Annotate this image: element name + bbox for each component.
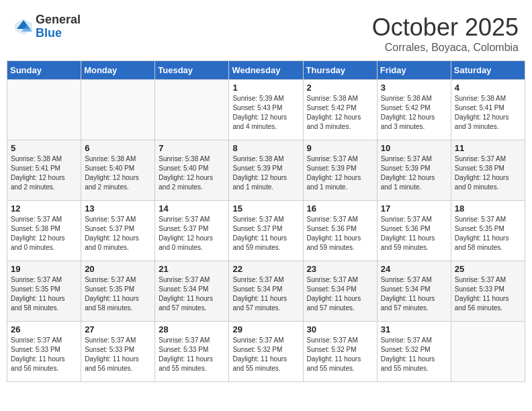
day-number: 21: [159, 264, 225, 274]
day-number: 13: [85, 203, 151, 214]
day-number: 29: [232, 324, 299, 334]
calendar-cell: 19Sunrise: 5:37 AM Sunset: 5:35 PM Dayli…: [7, 261, 81, 322]
day-number: 30: [307, 324, 373, 334]
day-info: Sunrise: 5:37 AM Sunset: 5:34 PM Dayligh…: [381, 275, 447, 313]
calendar-cell: 27Sunrise: 5:37 AM Sunset: 5:33 PM Dayli…: [81, 322, 155, 382]
calendar-cell: 11Sunrise: 5:37 AM Sunset: 5:38 PM Dayli…: [451, 140, 525, 201]
day-number: 27: [85, 324, 151, 334]
calendar-cell: 12Sunrise: 5:37 AM Sunset: 5:38 PM Dayli…: [7, 201, 81, 261]
calendar-cell: 31Sunrise: 5:37 AM Sunset: 5:32 PM Dayli…: [377, 322, 451, 382]
day-info: Sunrise: 5:37 AM Sunset: 5:33 PM Dayligh…: [159, 336, 225, 373]
calendar-cell: 30Sunrise: 5:37 AM Sunset: 5:32 PM Dayli…: [303, 322, 377, 382]
weekday-header: Tuesday: [155, 61, 229, 80]
day-info: Sunrise: 5:37 AM Sunset: 5:37 PM Dayligh…: [232, 215, 299, 253]
calendar-header: SundayMondayTuesdayWednesdayThursdayFrid…: [7, 61, 525, 80]
calendar-cell: 1Sunrise: 5:39 AM Sunset: 5:43 PM Daylig…: [229, 80, 303, 140]
title-area: October 2025 Corrales, Boyaca, Colombia: [372, 13, 519, 54]
weekday-row: SundayMondayTuesdayWednesdayThursdayFrid…: [7, 61, 525, 80]
calendar-cell: 7Sunrise: 5:38 AM Sunset: 5:40 PM Daylig…: [155, 140, 229, 201]
day-info: Sunrise: 5:38 AM Sunset: 5:42 PM Dayligh…: [307, 94, 373, 132]
day-info: Sunrise: 5:37 AM Sunset: 5:34 PM Dayligh…: [307, 275, 373, 313]
day-number: 28: [159, 324, 225, 334]
day-number: 10: [381, 143, 447, 153]
calendar-week-row: 5Sunrise: 5:38 AM Sunset: 5:41 PM Daylig…: [7, 140, 525, 201]
day-info: Sunrise: 5:37 AM Sunset: 5:33 PM Dayligh…: [85, 336, 151, 373]
calendar-cell: 18Sunrise: 5:37 AM Sunset: 5:35 PM Dayli…: [451, 201, 525, 261]
calendar-cell: [451, 322, 525, 382]
day-info: Sunrise: 5:38 AM Sunset: 5:41 PM Dayligh…: [11, 154, 77, 192]
weekday-header: Thursday: [303, 61, 377, 80]
day-info: Sunrise: 5:37 AM Sunset: 5:39 PM Dayligh…: [307, 154, 373, 192]
calendar-cell: 22Sunrise: 5:37 AM Sunset: 5:34 PM Dayli…: [229, 261, 303, 322]
day-number: 23: [307, 264, 373, 274]
logo-blue: Blue: [36, 27, 81, 40]
day-number: 15: [232, 203, 299, 214]
day-info: Sunrise: 5:37 AM Sunset: 5:32 PM Dayligh…: [307, 336, 373, 373]
day-number: 31: [381, 324, 447, 334]
day-number: 4: [455, 83, 521, 93]
day-info: Sunrise: 5:38 AM Sunset: 5:40 PM Dayligh…: [159, 154, 225, 192]
calendar-cell: 14Sunrise: 5:37 AM Sunset: 5:37 PM Dayli…: [155, 201, 229, 261]
day-number: 8: [232, 143, 299, 153]
calendar-cell: 20Sunrise: 5:37 AM Sunset: 5:35 PM Dayli…: [81, 261, 155, 322]
day-info: Sunrise: 5:37 AM Sunset: 5:36 PM Dayligh…: [381, 215, 447, 253]
calendar-cell: 23Sunrise: 5:37 AM Sunset: 5:34 PM Dayli…: [303, 261, 377, 322]
calendar-cell: 15Sunrise: 5:37 AM Sunset: 5:37 PM Dayli…: [229, 201, 303, 261]
calendar-cell: 9Sunrise: 5:37 AM Sunset: 5:39 PM Daylig…: [303, 140, 377, 201]
day-info: Sunrise: 5:37 AM Sunset: 5:37 PM Dayligh…: [85, 215, 151, 253]
calendar-cell: 16Sunrise: 5:37 AM Sunset: 5:36 PM Dayli…: [303, 201, 377, 261]
calendar-cell: [155, 80, 229, 140]
location: Corrales, Boyaca, Colombia: [372, 42, 519, 54]
day-number: 18: [455, 203, 521, 214]
day-info: Sunrise: 5:37 AM Sunset: 5:35 PM Dayligh…: [455, 215, 521, 253]
calendar-cell: 6Sunrise: 5:38 AM Sunset: 5:40 PM Daylig…: [81, 140, 155, 201]
day-number: 19: [11, 264, 77, 274]
calendar-cell: 4Sunrise: 5:38 AM Sunset: 5:41 PM Daylig…: [451, 80, 525, 140]
day-number: 1: [232, 83, 299, 93]
day-number: 2: [307, 83, 373, 93]
day-info: Sunrise: 5:37 AM Sunset: 5:34 PM Dayligh…: [232, 275, 299, 313]
calendar-cell: 10Sunrise: 5:37 AM Sunset: 5:39 PM Dayli…: [377, 140, 451, 201]
day-info: Sunrise: 5:37 AM Sunset: 5:32 PM Dayligh…: [232, 336, 299, 373]
day-number: 3: [381, 83, 447, 93]
day-number: 12: [11, 203, 77, 214]
logo-text: General Blue: [36, 13, 81, 40]
day-number: 6: [85, 143, 151, 153]
logo: General Blue: [13, 13, 81, 40]
day-info: Sunrise: 5:38 AM Sunset: 5:39 PM Dayligh…: [232, 154, 299, 192]
weekday-header: Sunday: [7, 61, 81, 80]
day-number: 17: [381, 203, 447, 214]
calendar-cell: 17Sunrise: 5:37 AM Sunset: 5:36 PM Dayli…: [377, 201, 451, 261]
weekday-header: Friday: [377, 61, 451, 80]
day-number: 22: [232, 264, 299, 274]
day-info: Sunrise: 5:37 AM Sunset: 5:34 PM Dayligh…: [159, 275, 225, 313]
day-info: Sunrise: 5:38 AM Sunset: 5:40 PM Dayligh…: [85, 154, 151, 192]
calendar-cell: 26Sunrise: 5:37 AM Sunset: 5:33 PM Dayli…: [7, 322, 81, 382]
day-info: Sunrise: 5:37 AM Sunset: 5:36 PM Dayligh…: [307, 215, 373, 253]
logo-general: General: [36, 13, 81, 27]
day-info: Sunrise: 5:38 AM Sunset: 5:41 PM Dayligh…: [455, 94, 521, 132]
calendar: SundayMondayTuesdayWednesdayThursdayFrid…: [7, 60, 525, 382]
calendar-cell: 24Sunrise: 5:37 AM Sunset: 5:34 PM Dayli…: [377, 261, 451, 322]
day-info: Sunrise: 5:38 AM Sunset: 5:42 PM Dayligh…: [381, 94, 447, 132]
calendar-cell: 25Sunrise: 5:37 AM Sunset: 5:33 PM Dayli…: [451, 261, 525, 322]
calendar-cell: 5Sunrise: 5:38 AM Sunset: 5:41 PM Daylig…: [7, 140, 81, 201]
weekday-header: Monday: [81, 61, 155, 80]
weekday-header: Wednesday: [229, 61, 303, 80]
calendar-week-row: 1Sunrise: 5:39 AM Sunset: 5:43 PM Daylig…: [7, 80, 525, 140]
calendar-cell: 8Sunrise: 5:38 AM Sunset: 5:39 PM Daylig…: [229, 140, 303, 201]
logo-icon: [13, 17, 34, 37]
day-info: Sunrise: 5:37 AM Sunset: 5:32 PM Dayligh…: [381, 336, 447, 373]
day-info: Sunrise: 5:37 AM Sunset: 5:35 PM Dayligh…: [85, 275, 151, 313]
day-info: Sunrise: 5:37 AM Sunset: 5:39 PM Dayligh…: [381, 154, 447, 192]
month-title: October 2025: [372, 13, 519, 42]
day-number: 9: [307, 143, 373, 153]
calendar-cell: 21Sunrise: 5:37 AM Sunset: 5:34 PM Dayli…: [155, 261, 229, 322]
calendar-cell: 3Sunrise: 5:38 AM Sunset: 5:42 PM Daylig…: [377, 80, 451, 140]
day-number: 20: [85, 264, 151, 274]
calendar-week-row: 19Sunrise: 5:37 AM Sunset: 5:35 PM Dayli…: [7, 261, 525, 322]
day-number: 25: [455, 264, 521, 274]
day-info: Sunrise: 5:37 AM Sunset: 5:38 PM Dayligh…: [11, 215, 77, 253]
calendar-cell: [7, 80, 81, 140]
day-info: Sunrise: 5:37 AM Sunset: 5:33 PM Dayligh…: [11, 336, 77, 373]
